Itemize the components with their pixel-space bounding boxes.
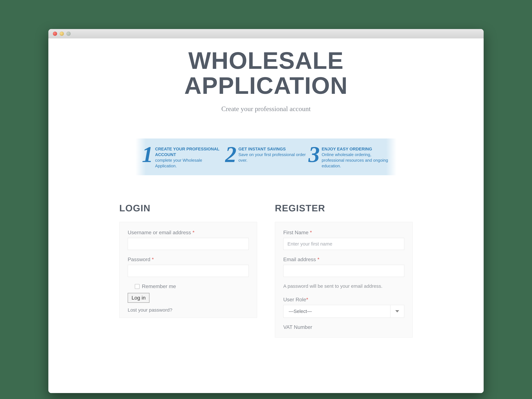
step-number: 2 (225, 144, 236, 165)
step-body: complete your Wholesale Application. (155, 158, 202, 168)
required-marker: * (310, 230, 312, 235)
register-heading: REGISTER (275, 203, 413, 213)
steps-banner: 1 CREATE YOUR PROFESSIONAL ACCOUNT compl… (135, 139, 397, 175)
step-body: Online wholesale ordering, professional … (322, 152, 388, 168)
remember-me-label: Remember me (142, 283, 176, 289)
minimize-icon[interactable] (60, 32, 64, 36)
step-3: 3 ENJOY EASY ORDERING Online wholesale o… (308, 144, 390, 169)
password-input[interactable] (128, 265, 249, 277)
required-marker: * (317, 256, 319, 262)
step-text: CREATE YOUR PROFESSIONAL ACCOUNT complet… (155, 144, 224, 169)
login-heading: LOGIN (119, 203, 257, 213)
vat-label: VAT Number (283, 324, 404, 330)
user-role-selected: —Select— (284, 309, 390, 314)
required-marker: * (152, 256, 154, 262)
register-panel: First Name * Email address * A password … (275, 222, 413, 338)
username-label: Username or email address * (128, 230, 249, 235)
page-subtitle: Create your professional account (48, 105, 484, 113)
maximize-icon[interactable] (66, 32, 71, 36)
step-text: GET INSTANT SAVINGS Save on your first p… (238, 144, 307, 163)
step-1: 1 CREATE YOUR PROFESSIONAL ACCOUNT compl… (142, 144, 224, 169)
login-panel: Username or email address * Password * (119, 222, 257, 318)
user-role-label: User Role* (283, 297, 404, 303)
step-title: CREATE YOUR PROFESSIONAL ACCOUNT (155, 146, 219, 157)
firstname-label: First Name * (283, 230, 404, 235)
password-note: A password will be sent to your email ad… (283, 283, 404, 289)
step-number: 3 (308, 144, 320, 165)
browser-window: WHOLESALE APPLICATION Create your profes… (48, 29, 484, 393)
username-field: Username or email address * (128, 230, 249, 250)
login-button[interactable]: Log in (128, 293, 149, 303)
page-title-line1: WHOLESALE (188, 47, 344, 74)
required-marker: * (192, 230, 194, 235)
required-marker: * (306, 297, 308, 302)
password-field: Password * (128, 256, 249, 277)
step-body: Save on your first professional order ov… (238, 152, 306, 163)
user-role-field: User Role* —Select— (283, 297, 404, 318)
forms-row: LOGIN Username or email address * Passwo… (119, 203, 413, 338)
lost-password-link[interactable]: Lost your password? (128, 307, 249, 313)
register-column: REGISTER First Name * Email address * (275, 203, 413, 338)
firstname-input[interactable] (283, 238, 404, 250)
firstname-field: First Name * (283, 230, 404, 250)
step-number: 1 (142, 144, 153, 165)
step-text: ENJOY EASY ORDERING Online wholesale ord… (322, 144, 390, 169)
email-input[interactable] (283, 265, 404, 277)
email-field: Email address * (283, 256, 404, 277)
vat-field: VAT Number (283, 324, 404, 330)
step-title: ENJOY EASY ORDERING (322, 146, 372, 151)
remember-me-row[interactable]: Remember me (135, 283, 249, 289)
close-icon[interactable] (53, 32, 57, 36)
login-column: LOGIN Username or email address * Passwo… (119, 203, 257, 338)
page-title-line2: APPLICATION (184, 72, 348, 99)
email-label: Email address * (283, 256, 404, 262)
window-titlebar (48, 29, 484, 38)
password-label: Password * (128, 256, 249, 262)
page-title: WHOLESALE APPLICATION (48, 48, 484, 98)
chevron-down-icon (395, 310, 399, 312)
step-2: 2 GET INSTANT SAVINGS Save on your first… (225, 144, 307, 169)
user-role-select[interactable]: —Select— (283, 305, 404, 318)
step-title: GET INSTANT SAVINGS (238, 146, 286, 151)
page-content: WHOLESALE APPLICATION Create your profes… (48, 38, 484, 393)
select-toggle[interactable] (390, 305, 404, 317)
username-input[interactable] (128, 238, 249, 250)
checkbox-icon[interactable] (135, 284, 139, 289)
